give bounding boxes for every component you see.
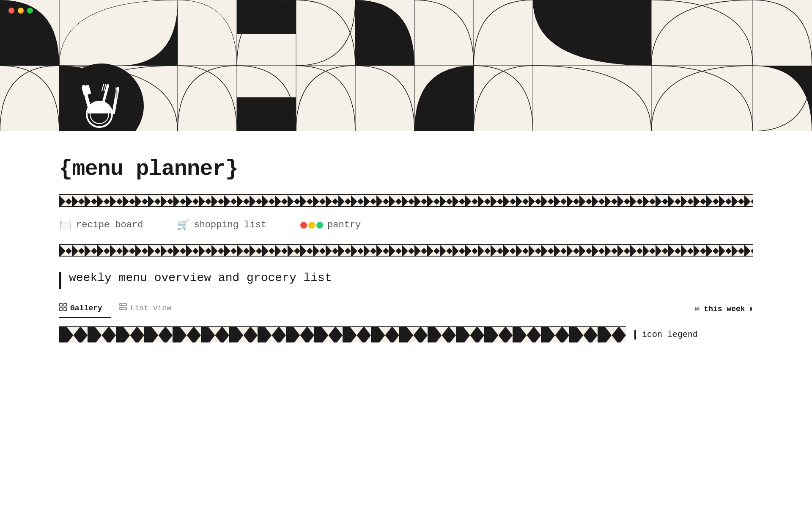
dropdown-arrow-icon: ∨ bbox=[749, 305, 753, 312]
nav-shopping-list[interactable]: 🛒 shopping list bbox=[177, 219, 266, 231]
svg-rect-28 bbox=[64, 304, 66, 306]
gallery-icon bbox=[59, 303, 67, 313]
divider-2 bbox=[59, 244, 753, 257]
header-banner bbox=[0, 0, 812, 131]
svg-rect-36 bbox=[59, 327, 626, 342]
this-week-filter[interactable]: ≔ this week ∨ bbox=[694, 300, 753, 318]
svg-rect-25 bbox=[59, 195, 753, 207]
tab-list-view[interactable]: List view bbox=[119, 300, 180, 318]
svg-rect-31 bbox=[120, 304, 126, 306]
tab-gallery[interactable]: Gallery bbox=[59, 300, 111, 318]
nav-recipe-board[interactable]: 🍽️ recipe board bbox=[59, 219, 143, 231]
section-title: weekly menu overview and grocery list bbox=[69, 271, 332, 284]
minimize-button[interactable] bbox=[18, 8, 24, 14]
section-bar bbox=[59, 272, 61, 289]
nav-pantry[interactable]: pantry bbox=[300, 220, 361, 230]
shopping-cart-icon: 🛒 bbox=[177, 219, 189, 231]
maximize-button[interactable] bbox=[27, 8, 33, 14]
nav-links: 🍽️ recipe board 🛒 shopping list pantry bbox=[59, 219, 753, 231]
svg-rect-30 bbox=[64, 308, 66, 310]
page-title: {menu planner} bbox=[59, 157, 753, 182]
svg-rect-32 bbox=[120, 307, 126, 309]
svg-rect-12 bbox=[237, 0, 296, 34]
list-view-icon bbox=[119, 303, 127, 313]
svg-rect-29 bbox=[60, 308, 62, 310]
svg-rect-13 bbox=[237, 97, 296, 131]
svg-rect-26 bbox=[59, 245, 753, 257]
svg-rect-15 bbox=[81, 85, 91, 96]
section-header: weekly menu overview and grocery list bbox=[59, 271, 753, 289]
recipe-board-icon: 🍽️ bbox=[59, 219, 72, 231]
view-tabs: Gallery List view bbox=[59, 300, 188, 318]
toolbar: Gallery List view ≔ this week ∨ bbox=[59, 300, 753, 318]
pantry-icon bbox=[300, 222, 323, 229]
main-content: {menu planner} 🍽️ recipe board bbox=[0, 131, 812, 359]
close-button[interactable] bbox=[8, 8, 14, 14]
svg-rect-27 bbox=[60, 304, 62, 306]
icon-legend-label: icon legend bbox=[634, 330, 698, 340]
divider-1 bbox=[59, 194, 753, 207]
window-controls bbox=[8, 8, 33, 14]
filter-icon: ≔ bbox=[694, 304, 700, 314]
